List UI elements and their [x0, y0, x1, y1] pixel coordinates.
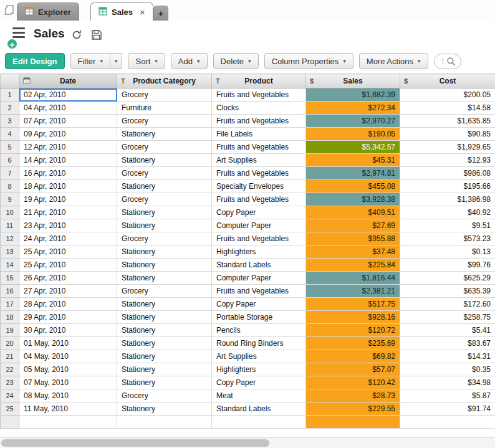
cell-sales[interactable]: $57.07 [306, 363, 400, 376]
cell-sales[interactable]: $229.55 [306, 403, 400, 416]
cell-date[interactable]: 11 May, 2010 [19, 403, 117, 416]
cell-date[interactable]: 07 Apr, 2010 [19, 115, 117, 128]
row-number[interactable]: 9 [1, 193, 19, 206]
cell-date[interactable]: 27 Apr, 2010 [19, 285, 117, 298]
cell-product[interactable]: Fruits and Vegetables [212, 232, 306, 245]
row-number[interactable]: 25 [1, 403, 19, 416]
cell-cost[interactable]: $1,386.98 [400, 193, 495, 206]
cell-sales[interactable]: $455.08 [306, 180, 400, 193]
cell-date[interactable]: 05 May, 2010 [19, 363, 117, 376]
column-header-product-category[interactable]: T Product Category [117, 74, 212, 88]
cell-product[interactable]: Specialty Envelopes [212, 180, 306, 193]
cell-date[interactable]: 26 Apr, 2010 [19, 272, 117, 285]
cell-product[interactable]: Highlighters [212, 363, 306, 376]
pages-icon[interactable] [4, 4, 16, 16]
row-number[interactable]: 15 [1, 272, 19, 285]
row-number[interactable]: 20 [1, 337, 19, 350]
cell-product-category[interactable]: Stationery [117, 154, 212, 167]
row-number[interactable] [1, 416, 19, 429]
cell-product-category[interactable]: Stationery [117, 337, 212, 350]
cell-date[interactable]: 16 Apr, 2010 [19, 167, 117, 180]
cell-product[interactable]: Copy Paper [212, 376, 306, 389]
cell-product-category[interactable]: Stationery [117, 272, 212, 285]
cell-date[interactable]: 02 Apr, 2010 [19, 88, 117, 102]
cell-cost[interactable]: $14.58 [400, 102, 495, 115]
cell-product[interactable]: Computer Paper [212, 272, 306, 285]
column-header-cost[interactable]: $ Cost [400, 74, 495, 88]
row-number[interactable]: 8 [1, 180, 19, 193]
row-number[interactable]: 6 [1, 154, 19, 167]
cell-date[interactable]: 18 Apr, 2010 [19, 180, 117, 193]
cell-date[interactable]: 23 Apr, 2010 [19, 219, 117, 232]
delete-button[interactable]: Delete ▾ [213, 53, 259, 69]
cell-sales[interactable]: $517.75 [306, 298, 400, 311]
menu-icon[interactable]: + [10, 27, 26, 44]
row-number[interactable]: 11 [1, 219, 19, 232]
cell-cost[interactable]: $91.74 [400, 403, 495, 416]
cell-date[interactable]: 09 Apr, 2010 [19, 128, 117, 141]
cell-cost[interactable]: $40.92 [400, 206, 495, 219]
cell-date[interactable]: 25 Apr, 2010 [19, 259, 117, 272]
cell-product-category[interactable]: Stationery [117, 259, 212, 272]
cell-product-category[interactable]: Grocery [117, 285, 212, 298]
cell-date[interactable]: 07 May, 2010 [19, 376, 117, 389]
row-number[interactable]: 24 [1, 389, 19, 403]
add-record-icon[interactable]: + [6, 38, 18, 50]
cell-sales[interactable]: $37.48 [306, 245, 400, 259]
cell-product-category[interactable]: Stationery [117, 180, 212, 193]
cell-cost[interactable]: $1,635.85 [400, 115, 495, 128]
tab-explorer[interactable]: Explorer [17, 2, 79, 21]
cell-product[interactable]: Fruits and Vegetables [212, 115, 306, 128]
cell-sales[interactable]: $2,974.81 [306, 167, 400, 180]
cell-product-category[interactable]: Stationery [117, 363, 212, 376]
cell-date[interactable]: 12 Apr, 2010 [19, 141, 117, 154]
cell-product[interactable]: Fruits and Vegetables [212, 88, 306, 102]
row-number[interactable]: 12 [1, 232, 19, 245]
cell-product[interactable]: Fruits and Vegetables [212, 193, 306, 206]
cell-product-category[interactable]: Stationery [117, 311, 212, 324]
column-header-product[interactable]: T Product [212, 74, 306, 88]
cell-date[interactable]: 04 May, 2010 [19, 350, 117, 363]
row-number[interactable]: 19 [1, 324, 19, 337]
cell-product[interactable] [212, 416, 306, 429]
cell-product[interactable]: Art Supplies [212, 154, 306, 167]
scrollbar-thumb[interactable] [1, 439, 269, 447]
cell-date[interactable]: 28 Apr, 2010 [19, 298, 117, 311]
column-header-sales[interactable]: $ Sales [306, 74, 400, 88]
cell-cost[interactable]: $172.60 [400, 298, 495, 311]
cell-sales[interactable]: $409.51 [306, 206, 400, 219]
column-properties-button[interactable]: Column Properties ▾ [264, 53, 353, 69]
cell-cost[interactable]: $195.66 [400, 180, 495, 193]
cell-date[interactable]: 14 Apr, 2010 [19, 154, 117, 167]
row-number[interactable]: 3 [1, 115, 19, 128]
cell-product[interactable]: Portable Storage [212, 311, 306, 324]
row-number[interactable]: 16 [1, 285, 19, 298]
cell-product[interactable]: Fruits and Vegetables [212, 285, 306, 298]
cell-sales[interactable]: $225.84 [306, 259, 400, 272]
cell-product[interactable]: Copy Paper [212, 298, 306, 311]
cell-product[interactable]: Round Ring Binders [212, 337, 306, 350]
cell-product-category[interactable]: Stationery [117, 324, 212, 337]
row-number[interactable]: 14 [1, 259, 19, 272]
cell-sales[interactable]: $272.34 [306, 102, 400, 115]
cell-cost[interactable]: $625.29 [400, 272, 495, 285]
cell-cost[interactable]: $258.75 [400, 311, 495, 324]
cell-product[interactable]: File Labels [212, 128, 306, 141]
cell-date[interactable]: 25 Apr, 2010 [19, 245, 117, 259]
column-header-date[interactable]: Date [19, 74, 117, 88]
cell-cost[interactable]: $83.67 [400, 337, 495, 350]
add-tab-button[interactable]: + [153, 6, 168, 21]
cell-product-category[interactable]: Grocery [117, 193, 212, 206]
row-number[interactable]: 23 [1, 376, 19, 389]
cell-sales[interactable]: $120.42 [306, 376, 400, 389]
row-number[interactable]: 5 [1, 141, 19, 154]
cell-sales[interactable]: $1,816.44 [306, 272, 400, 285]
cell-product-category[interactable]: Grocery [117, 115, 212, 128]
cell-product[interactable]: Highlighters [212, 245, 306, 259]
cell-product-category[interactable]: Stationery [117, 245, 212, 259]
cell-date[interactable]: 01 May, 2010 [19, 337, 117, 350]
row-number[interactable]: 10 [1, 206, 19, 219]
cell-product-category[interactable] [117, 416, 212, 429]
cell-product[interactable]: Standard Labels [212, 403, 306, 416]
cell-product-category[interactable]: Grocery [117, 232, 212, 245]
